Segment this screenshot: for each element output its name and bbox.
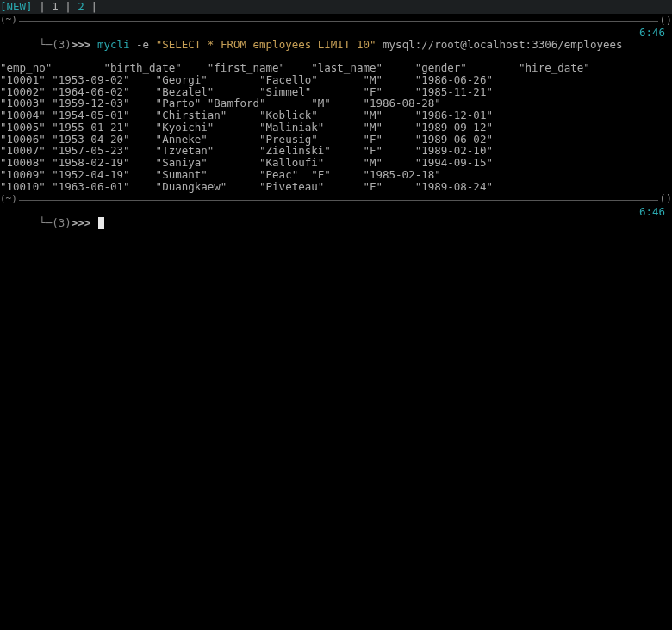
output-row: "10008" "1958-02-19" "Saniya" "Kalloufi"… — [0, 157, 672, 169]
output-row: "10006" "1953-04-20" "Anneke" "Preusig" … — [0, 134, 672, 146]
command-block-2: (~) () └─(3)>>> 6:46 — [0, 194, 672, 241]
prompt-row-1: └─(3)>>> mycli -e "SELECT * FROM employe… — [0, 27, 672, 62]
prompt-angles-2: >>> — [72, 216, 97, 229]
status-new-label: [NEW] — [0, 0, 33, 13]
prompt-tilde-1: (~) — [0, 15, 17, 25]
status-sep2: | — [59, 0, 78, 13]
status-bar: [NEW] | 1 | 2 | — [0, 0, 672, 14]
command-name[interactable]: mycli — [97, 38, 130, 51]
prompt-bracket-1: └─ — [39, 38, 52, 51]
output-row: "10002" "1964-06-02" "Bezalel" "Simmel" … — [0, 86, 672, 98]
output-headers: "emp_no" "birth_date" "first_name" "last… — [0, 62, 672, 74]
divider-top-1: (~) () — [0, 16, 672, 27]
command-query[interactable]: "SELECT * FROM employees LIMIT 10" — [156, 38, 376, 51]
prompt-bracket-2: └─ — [39, 216, 52, 229]
time-2: 6:46 — [639, 206, 672, 218]
output-row: "10003" "1959-12-03" "Parto" "Bamford" "… — [0, 97, 672, 109]
command-block-1: (~) () └─(3)>>> mycli -e "SELECT * FROM … — [0, 16, 672, 193]
command-uri[interactable]: mysql://root@localhost:3306/employees — [376, 38, 623, 51]
tab-2[interactable]: 2 — [78, 0, 84, 13]
prompt-num-1: (3) — [52, 38, 72, 51]
divider-top-2: (~) () — [0, 194, 672, 205]
output-row: "10009" "1952-04-19" "Sumant" "Peac" "F"… — [0, 169, 672, 181]
output-row: "10001" "1953-09-02" "Georgi" "Facello" … — [0, 74, 672, 86]
prompt-num-2: (3) — [52, 216, 72, 229]
prompt-angles-1: >>> — [72, 38, 97, 51]
output-rows: "10001" "1953-09-02" "Georgi" "Facello" … — [0, 74, 672, 193]
output-row: "10004" "1954-05-01" "Chirstian" "Koblic… — [0, 109, 672, 122]
output-row: "10007" "1957-05-23" "Tzvetan" "Zielinsk… — [0, 145, 672, 157]
output-row: "10010" "1963-06-01" "Duangkaew" "Pivete… — [0, 181, 672, 193]
cursor-icon[interactable] — [98, 217, 104, 229]
command-flag[interactable]: -e — [130, 38, 156, 51]
time-1: 6:46 — [639, 27, 672, 39]
prompt-tilde-2: (~) — [0, 194, 17, 204]
status-sep: | — [33, 0, 53, 13]
output-row: "10005" "1955-01-21" "Kyoichi" "Maliniak… — [0, 122, 672, 134]
status-trail: | — [84, 0, 97, 13]
tab-1[interactable]: 1 — [52, 0, 59, 13]
prompt-row-2: └─(3)>>> 6:46 — [0, 206, 672, 242]
